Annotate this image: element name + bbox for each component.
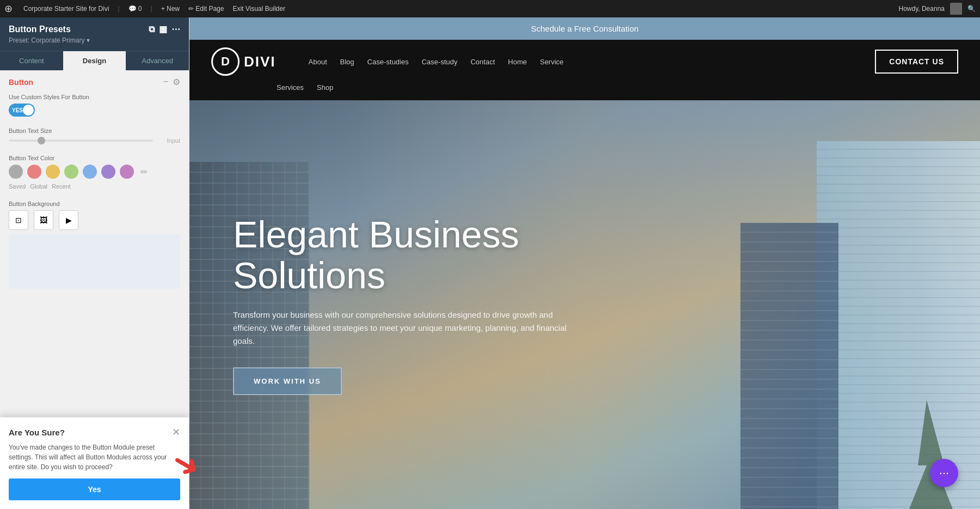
swatch-gray[interactable] — [9, 165, 23, 179]
edit-page-link[interactable]: ✏ Edit Page — [188, 5, 224, 13]
clone-icon[interactable]: ⧉ — [149, 25, 155, 34]
dialog-header: Are You Sure? ✕ — [9, 426, 180, 438]
logo-text: DIVI — [244, 53, 276, 70]
wp-admin-bar: ⊕ Corporate Starter Site for Divi | 💬 0 … — [0, 0, 980, 17]
dialog-close-button[interactable]: ✕ — [172, 426, 180, 438]
main-layout: Button Presets ⧉ ▦ ⋯ Preset: Corporate P… — [0, 17, 980, 509]
toggle-knob — [23, 105, 34, 116]
exit-visual-builder-link[interactable]: Exit Visual Builder — [232, 5, 285, 13]
tab-content[interactable]: Content — [0, 51, 63, 70]
dialog-body-text: You've made changes to the Button Module… — [9, 443, 180, 472]
panel-title-text: Button Presets — [9, 25, 71, 34]
site-logo: D DIVI — [211, 47, 276, 76]
button-text-size-field: Button Text Size Input — [9, 128, 180, 144]
panel-header: Button Presets ⧉ ▦ ⋯ Preset: Corporate P… — [0, 17, 189, 51]
more-options-icon[interactable]: ⋯ — [171, 24, 180, 34]
panel-header-icons: ⧉ ▦ ⋯ — [149, 24, 180, 34]
dialog-yes-button[interactable]: Yes — [9, 478, 180, 500]
announcement-text: Schedule a Free Consultation — [531, 24, 639, 33]
logo-letter: D — [221, 54, 230, 69]
swatch-blue[interactable] — [83, 165, 97, 179]
hero-section: Elegant Business Solutions Transform you… — [189, 100, 980, 509]
custom-styles-toggle[interactable]: YES — [9, 104, 35, 117]
preset-tab-global[interactable]: Global — [30, 183, 47, 190]
fab-icon: ··· — [939, 466, 949, 480]
dialog-title: Are You Sure? — [9, 428, 65, 437]
toggle-wrapper: YES — [9, 104, 180, 117]
search-icon[interactable]: 🔍 — [967, 5, 976, 13]
slider-value[interactable]: Input — [158, 137, 180, 144]
nav-link-services[interactable]: Services — [277, 83, 304, 92]
text-size-slider[interactable] — [9, 140, 153, 142]
hero-cta-button[interactable]: WORK WITH US — [233, 367, 342, 395]
panel-title-row: Button Presets ⧉ ▦ ⋯ — [9, 24, 180, 34]
collapse-icon[interactable]: − — [163, 77, 168, 87]
settings-icon[interactable]: ⚙ — [173, 77, 180, 87]
bg-image-icon[interactable]: 🖼 — [34, 210, 53, 230]
logo-circle: D — [211, 47, 240, 76]
slider-row: Input — [9, 137, 180, 144]
nav-link-service[interactable]: Service — [540, 58, 564, 66]
hero-title: Elegant Business Solutions — [233, 214, 614, 296]
slider-thumb[interactable] — [38, 137, 45, 144]
primary-nav: About Blog Case-studies Case-study Conta… — [309, 58, 875, 66]
new-link[interactable]: + New — [161, 5, 180, 13]
swatch-pink[interactable] — [120, 165, 134, 179]
swatch-purple[interactable] — [101, 165, 115, 179]
section-title: Button — [9, 78, 33, 87]
button-text-color-field: Button Text Color ✏ Saved Global Recent — [9, 155, 180, 190]
nav-cta-button[interactable]: CONTACT US — [875, 50, 958, 74]
panel-subtitle[interactable]: Preset: Corporate Primary ▾ — [9, 37, 180, 44]
secondary-nav: Services Shop — [189, 83, 980, 100]
site-name: Corporate Starter Site for Divi — [23, 5, 109, 13]
nav-link-case-study[interactable]: Case-study — [421, 58, 457, 66]
preset-tab-saved[interactable]: Saved — [9, 183, 26, 190]
website-preview: Schedule a Free Consultation D DIVI Abou… — [189, 17, 980, 509]
nav-link-blog[interactable]: Blog — [340, 58, 354, 66]
use-custom-styles-field: Use Custom Styles For Button YES — [9, 94, 180, 117]
tab-design[interactable]: Design — [63, 51, 126, 70]
button-text-color-label: Button Text Color — [9, 155, 180, 161]
button-section-header: Button − ⚙ — [9, 77, 180, 87]
nav-link-shop[interactable]: Shop — [317, 83, 333, 92]
color-preview-box — [9, 234, 180, 289]
use-custom-label: Use Custom Styles For Button — [9, 94, 180, 100]
wp-logo-icon[interactable]: ⊕ — [4, 3, 13, 15]
grid-icon[interactable]: ▦ — [159, 24, 167, 34]
bg-video-icon[interactable]: ▶ — [59, 210, 78, 230]
swatch-green[interactable] — [64, 165, 78, 179]
are-you-sure-dialog: Are You Sure? ✕ You've made changes to t… — [0, 417, 189, 509]
hero-subtitle: Transform your business with our compreh… — [233, 308, 571, 348]
avatar — [950, 3, 962, 15]
preset-tabs: Saved Global Recent — [9, 183, 180, 190]
hero-content: Elegant Business Solutions Transform you… — [233, 214, 614, 396]
tab-advanced[interactable]: Advanced — [126, 51, 189, 70]
button-background-field: Button Background ⊡ 🖼 ▶ — [9, 201, 180, 289]
swatch-yellow[interactable] — [46, 165, 60, 179]
button-text-size-label: Button Text Size — [9, 128, 180, 134]
left-panel: Button Presets ⧉ ▦ ⋯ Preset: Corporate P… — [0, 17, 189, 509]
nav-link-home[interactable]: Home — [508, 58, 527, 66]
section-header-icons: − ⚙ — [163, 77, 180, 87]
admin-right: Howdy, Deanna 🔍 — [899, 3, 976, 15]
comment-icon[interactable]: 💬 0 — [128, 5, 142, 13]
announcement-bar: Schedule a Free Consultation — [189, 17, 980, 40]
howdy-text: Howdy, Deanna — [899, 5, 945, 13]
button-bg-label: Button Background — [9, 201, 180, 207]
fab-button[interactable]: ··· — [930, 459, 958, 487]
swatch-red[interactable] — [27, 165, 41, 179]
bg-gradient-icon[interactable]: ⊡ — [9, 210, 28, 230]
site-nav: D DIVI About Blog Case-studies Case-stud… — [189, 40, 980, 83]
nav-link-about[interactable]: About — [309, 58, 327, 66]
toggle-yes-label: YES — [12, 107, 23, 113]
bg-icons: ⊡ 🖼 ▶ — [9, 210, 180, 230]
preset-tab-recent[interactable]: Recent — [52, 183, 71, 190]
color-picker-icon[interactable]: ✏ — [140, 167, 148, 177]
color-swatches: ✏ — [9, 165, 180, 179]
nav-link-contact[interactable]: Contact — [470, 58, 495, 66]
panel-tabs: Content Design Advanced — [0, 51, 189, 70]
nav-link-case-studies[interactable]: Case-studies — [367, 58, 409, 66]
